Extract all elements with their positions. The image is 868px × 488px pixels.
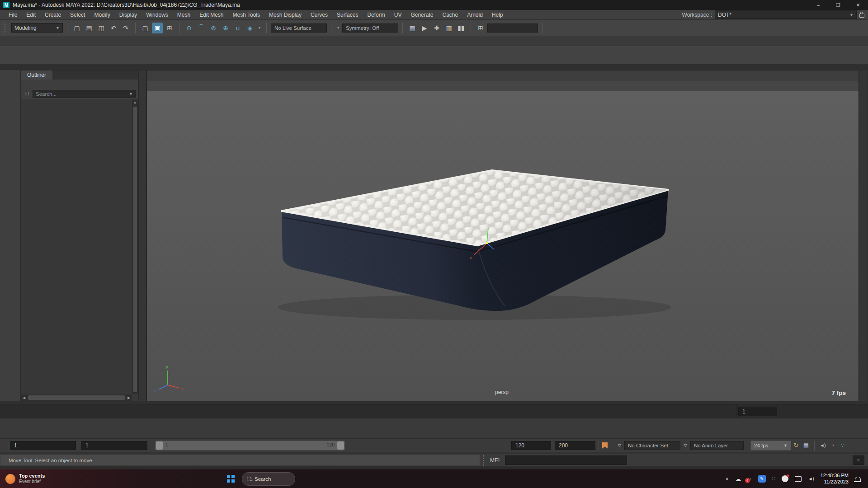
panel-grip[interactable] xyxy=(5,23,8,33)
menu-modify[interactable]: Modify xyxy=(90,10,114,20)
current-frame-field[interactable]: 1 xyxy=(738,407,777,416)
snap-to-grid-icon[interactable]: ⊙ xyxy=(184,23,194,33)
outliner-filter-icon[interactable]: ⊡ xyxy=(23,90,31,98)
tray-app-icon[interactable]: ∷ xyxy=(772,476,776,482)
playblast-icon[interactable]: ▦ xyxy=(801,442,811,449)
mel-command-input[interactable] xyxy=(505,455,627,465)
snap-to-projected-center-icon[interactable]: ⊕ xyxy=(220,23,231,33)
taskbar-clock[interactable]: 12:48:36 PM 11/22/2023 xyxy=(821,473,849,485)
character-set-arrow-icon[interactable]: ▽ xyxy=(614,443,624,448)
volume-icon[interactable]: ◄) xyxy=(808,476,814,481)
mel-label[interactable]: MEL xyxy=(490,457,501,464)
scrollbar-thumb[interactable] xyxy=(133,107,137,392)
anim-layer-selector[interactable]: No Anim Layer xyxy=(690,441,744,450)
outliner-horizontal-scrollbar[interactable]: ◀ ▶ xyxy=(21,394,132,401)
menu-mesh[interactable]: Mesh xyxy=(173,10,194,20)
menu-mesh-display[interactable]: Mesh Display xyxy=(265,10,306,20)
new-scene-icon[interactable]: ▢ xyxy=(71,23,82,33)
mattress-3d-model[interactable]: x y x z xyxy=(147,91,859,401)
hypershade-icon[interactable]: ⊞ xyxy=(475,23,486,33)
workspace-lock-icon[interactable] xyxy=(859,14,864,18)
menu-arnold[interactable]: Arnold xyxy=(463,10,487,20)
bookmark-icon[interactable] xyxy=(602,442,608,449)
playback-end-field[interactable]: 120 xyxy=(511,441,551,450)
taskbar-search[interactable]: Search xyxy=(242,472,295,486)
menu-cache[interactable]: Cache xyxy=(438,10,462,20)
render-sequence-icon[interactable]: ▥ xyxy=(443,23,454,33)
select-component-icon[interactable]: ⊞ xyxy=(164,23,175,33)
undo-icon[interactable]: ↶ xyxy=(108,23,119,33)
menu-windows[interactable]: Windows xyxy=(142,10,172,20)
range-end-handle[interactable] xyxy=(337,441,344,450)
snap-to-point-icon[interactable]: ⊚ xyxy=(208,23,219,33)
notifications-bell-icon[interactable] xyxy=(855,477,861,481)
snap-options-arrow-icon[interactable]: ▾ xyxy=(257,23,262,33)
render-view-icon[interactable]: ▦ xyxy=(407,23,418,33)
script-editor-button[interactable]: ≡ xyxy=(853,455,864,465)
fps-selector[interactable]: 24 fps ▼ xyxy=(750,441,791,450)
maximize-button[interactable]: ❐ xyxy=(828,0,848,10)
menu-deform[interactable]: Deform xyxy=(363,10,389,20)
time-editor-icon[interactable]: ◔ xyxy=(828,442,838,449)
taskbar-widget[interactable]: Top events Event brief xyxy=(0,473,82,484)
live-surface-field[interactable]: No Live Surface xyxy=(271,23,327,33)
anim-layer-arrow-icon[interactable]: ▽ xyxy=(680,443,690,448)
menu-mesh-tools[interactable]: Mesh Tools xyxy=(229,10,264,20)
save-scene-icon[interactable]: ◫ xyxy=(96,23,107,33)
quick-selection-field[interactable] xyxy=(487,23,538,33)
playback-loop-icon[interactable]: ↻ xyxy=(791,442,801,449)
range-slider[interactable]: 1 120 xyxy=(155,441,345,450)
discord-icon[interactable] xyxy=(782,475,788,482)
scroll-left-icon[interactable]: ◀ xyxy=(21,396,27,400)
updates-icon[interactable]: ↑↓4 xyxy=(748,477,752,481)
menu-file[interactable]: File xyxy=(5,10,21,20)
playback-start-field[interactable]: 1 xyxy=(81,441,147,450)
viewport-canvas[interactable]: x y x z 7 fps persp xyxy=(147,91,859,401)
menu-uv[interactable]: UV xyxy=(390,10,406,20)
onedrive-icon[interactable]: ☁ xyxy=(735,475,741,483)
make-live-icon[interactable]: ◈ xyxy=(245,23,255,33)
outliner-search-input[interactable]: Search... ▼ xyxy=(33,90,136,98)
pause-viewport-icon[interactable]: ▮▮ xyxy=(456,23,467,33)
menu-display[interactable]: Display xyxy=(115,10,141,20)
menu-select[interactable]: Select xyxy=(66,10,89,20)
menu-set-selector[interactable]: Modeling▼ xyxy=(11,23,63,33)
animation-prefs-icon[interactable]: ∵ xyxy=(838,442,848,449)
tray-chevron-up-icon[interactable]: ∧ xyxy=(725,476,728,481)
notes-app-icon[interactable]: ✎ xyxy=(758,475,766,483)
minimize-button[interactable]: – xyxy=(808,0,828,10)
snap-to-curve-icon[interactable]: ⌒ xyxy=(196,23,207,33)
symmetry-arrow-icon[interactable]: ▾ xyxy=(335,23,341,33)
select-hierarchy-icon[interactable]: ▢ xyxy=(140,23,151,33)
menu-generate[interactable]: Generate xyxy=(406,10,437,20)
ipr-render-icon[interactable]: ▶ xyxy=(419,23,430,33)
render-settings-icon[interactable]: ✚ xyxy=(431,23,442,33)
animation-end-field[interactable]: 200 xyxy=(555,441,595,450)
symmetry-field[interactable]: Symmetry: Off xyxy=(342,23,398,33)
menu-help[interactable]: Help xyxy=(488,10,507,20)
display-project-icon[interactable] xyxy=(795,476,802,482)
outliner-title-tab[interactable]: Outliner xyxy=(21,70,52,80)
close-button[interactable]: ✕ xyxy=(848,0,868,10)
time-slider[interactable]: 1 xyxy=(0,404,868,418)
menu-edit[interactable]: Edit xyxy=(22,10,40,20)
scrollbar-thumb[interactable] xyxy=(28,395,125,400)
range-start-handle[interactable] xyxy=(156,441,163,450)
select-object-icon[interactable]: ▣ xyxy=(152,23,163,33)
menu-surfaces[interactable]: Surfaces xyxy=(333,10,362,20)
time-slider-ticks[interactable] xyxy=(5,404,736,419)
outliner-vertical-scrollbar[interactable]: ▲ xyxy=(132,99,138,394)
open-scene-icon[interactable]: ▤ xyxy=(84,23,94,33)
character-set-selector[interactable]: No Character Set xyxy=(624,441,680,450)
start-button[interactable] xyxy=(227,475,235,483)
menu-curves[interactable]: Curves xyxy=(307,10,332,20)
animation-start-field[interactable]: 1 xyxy=(10,441,76,450)
audio-mute-icon[interactable]: ◄) xyxy=(818,443,828,448)
redo-icon[interactable]: ↷ xyxy=(120,23,131,33)
scroll-up-icon[interactable]: ▲ xyxy=(132,99,138,106)
menu-edit-mesh[interactable]: Edit Mesh xyxy=(195,10,227,20)
snap-to-view-plane-icon[interactable]: ∪ xyxy=(232,23,243,33)
menu-create[interactable]: Create xyxy=(41,10,65,20)
workspace-selector[interactable]: DOT* ▼ xyxy=(715,10,857,19)
scroll-right-icon[interactable]: ▶ xyxy=(126,396,132,400)
